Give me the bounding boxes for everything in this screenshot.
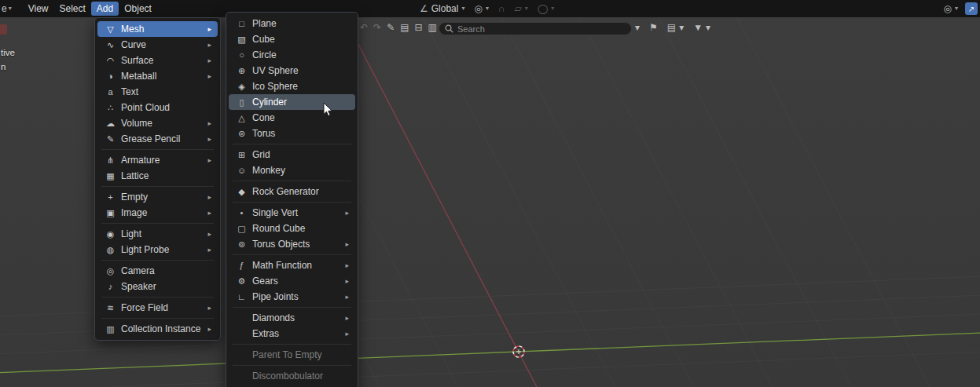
- submenu-arrow-icon: ▸: [207, 72, 211, 80]
- mesh-menu-item-cylinder[interactable]: ▯ Cylinder ▸: [229, 94, 355, 110]
- menu-item-icon: ∟: [236, 292, 248, 301]
- menu-item-label: UV Sphere: [252, 65, 340, 76]
- mesh-menu-item-single-vert[interactable]: • Single Vert ▸: [229, 205, 355, 221]
- add-menu-item-lattice[interactable]: ▦ Lattice ▸: [97, 168, 218, 184]
- menu-item-icon: a: [105, 87, 116, 97]
- overlays-icon: ◎: [944, 3, 952, 14]
- mesh-menu-item-circle[interactable]: ○ Circle ▸: [229, 47, 355, 63]
- transform-orientation-dropdown[interactable]: ∠ Global ▾: [420, 3, 464, 14]
- mesh-menu-item-gears[interactable]: ⚙ Gears ▸: [229, 273, 355, 289]
- menu-button-add[interactable]: Add: [91, 2, 119, 16]
- menu-item-icon: ▦: [105, 171, 116, 181]
- menu-button-object[interactable]: Object: [119, 2, 157, 16]
- menu-separator: [233, 202, 351, 203]
- add-menu-item-volume[interactable]: ☁ Volume ▸: [97, 115, 218, 131]
- menu-item-label: Round Cube: [252, 223, 340, 234]
- mesh-menu-item-ico-sphere[interactable]: ◈ Ico Sphere ▸: [229, 78, 355, 94]
- menu-button-select[interactable]: Select: [54, 2, 91, 16]
- add-menu-item-empty[interactable]: + Empty ▸: [97, 189, 218, 205]
- add-menu-item-image[interactable]: ▣ Image ▸: [97, 205, 218, 221]
- toolbar-icon-bookmark[interactable]: ⚑: [649, 21, 658, 34]
- menu-item-label: Metaball: [121, 71, 203, 82]
- submenu-arrow-icon: ▸: [207, 156, 211, 164]
- snap-toggle[interactable]: ∩: [498, 3, 505, 14]
- add-menu-item-text[interactable]: a Text ▸: [97, 84, 218, 100]
- menu-item-icon: ◍: [105, 245, 116, 255]
- menu-item-label: Parent To Empty: [252, 349, 340, 360]
- submenu-arrow-icon: ▸: [207, 246, 211, 254]
- add-menu-item-mesh[interactable]: ▽ Mesh ▸: [97, 21, 218, 37]
- toolbar-icon-display-mode-caret[interactable]: ▾: [679, 21, 684, 34]
- mesh-menu-item-parent-to-empty[interactable]: Parent To Empty ▸: [229, 347, 355, 363]
- proportional-editing-dropdown[interactable]: ◯ ▾: [538, 3, 554, 14]
- mesh-menu-item-uv-sphere[interactable]: ⊕ UV Sphere ▸: [229, 63, 355, 78]
- add-menu-item-force-field[interactable]: ≋ Force Field ▸: [97, 300, 218, 316]
- mesh-menu-item-extras[interactable]: Extras ▸: [229, 326, 355, 341]
- toolbar-icon-filter-caret[interactable]: ▾: [706, 21, 710, 34]
- toolbar-icon-annotate[interactable]: ✎: [387, 21, 395, 34]
- toolbar-icon-printer[interactable]: ⊟: [415, 21, 423, 34]
- menu-item-icon: ◎: [105, 266, 116, 276]
- menu-item-label: Torus Objects: [252, 239, 340, 250]
- mesh-menu-item-torus-objects[interactable]: ⊚ Torus Objects ▸: [229, 236, 355, 252]
- mesh-menu-item-grid[interactable]: ⊞ Grid ▸: [229, 147, 355, 162]
- menu-item-icon: ◉: [105, 229, 116, 239]
- menu-item-label: Torus: [252, 128, 340, 139]
- add-menu-item-armature[interactable]: ⋔ Armature ▸: [97, 152, 218, 168]
- submenu-arrow-icon: ▸: [207, 209, 211, 217]
- add-menu-item-point-cloud[interactable]: ∴ Point Cloud ▸: [97, 100, 218, 115]
- overlays-dropdown[interactable]: ◎ ▾: [944, 3, 959, 14]
- mesh-menu-item-rock-generator[interactable]: ◆ Rock Generator ▸: [229, 184, 355, 199]
- snap-with-dropdown[interactable]: ▱ ▾: [515, 3, 528, 14]
- mesh-menu-item-math-function[interactable]: ƒ Math Function ▸: [229, 257, 355, 273]
- mesh-menu-item-discombobulator[interactable]: Discombobulator ▸: [229, 368, 355, 384]
- menu-item-icon: △: [236, 113, 248, 123]
- menu-separator: [101, 318, 214, 319]
- mesh-menu-item-round-cube[interactable]: ▢ Round Cube ▸: [229, 221, 355, 236]
- header-right-controls: ◎ ▾: [944, 0, 959, 17]
- mesh-menu-item-diamonds[interactable]: Diamonds ▸: [229, 310, 355, 326]
- toolbar-icon-files[interactable]: ▥: [428, 21, 437, 34]
- toolbar-icon-filter[interactable]: ▼: [693, 21, 703, 34]
- toolbar-icon-display-mode[interactable]: ▤: [667, 21, 676, 34]
- menu-button-view[interactable]: View: [23, 2, 54, 16]
- maximize-area-button[interactable]: ↗: [965, 2, 978, 15]
- menu-item-icon: ▢: [236, 224, 248, 234]
- add-menu-item-light-probe[interactable]: ◍ Light Probe ▸: [97, 242, 218, 257]
- add-menu-item-curve[interactable]: ∿ Curve ▸: [97, 37, 218, 53]
- toolbar-icon-search-options-caret[interactable]: ▾: [635, 21, 640, 34]
- menu-item-label: Ico Sphere: [252, 81, 340, 92]
- toolbar-icon-book[interactable]: ▤: [400, 21, 409, 34]
- add-menu-item-speaker[interactable]: ♪ Speaker ▸: [97, 279, 218, 294]
- menu-item-label: Point Cloud: [121, 102, 203, 113]
- menu-item-icon: ⚙: [236, 276, 248, 287]
- mesh-menu-item-cone[interactable]: △ Cone ▸: [229, 110, 355, 126]
- pivot-icon: ◎: [474, 3, 482, 14]
- mesh-menu-item-monkey[interactable]: ☺ Monkey ▸: [229, 162, 355, 178]
- pivot-point-dropdown[interactable]: ◎ ▾: [474, 3, 489, 14]
- editor-type-dropdown[interactable]: e ▾: [2, 3, 12, 14]
- menu-separator: [233, 254, 351, 255]
- add-menu-item-surface[interactable]: ◠ Surface ▸: [97, 53, 218, 68]
- submenu-arrow-icon: ▸: [345, 209, 349, 217]
- submenu-arrow-icon: ▸: [207, 304, 211, 312]
- search-field[interactable]: [439, 22, 632, 35]
- menu-item-label: Light Probe: [121, 244, 203, 255]
- toolbar-icon-undo[interactable]: ↶: [360, 21, 368, 34]
- menu-item-icon: □: [236, 19, 248, 28]
- mesh-menu-item-plane[interactable]: □ Plane ▸: [229, 16, 355, 31]
- menu-item-label: Extras: [252, 328, 340, 339]
- mesh-menu-item-torus[interactable]: ⊚ Torus ▸: [229, 126, 355, 141]
- add-menu-item-camera[interactable]: ◎ Camera ▸: [97, 263, 218, 279]
- add-menu-item-collection-instance[interactable]: ▥ Collection Instance ▸: [97, 321, 218, 337]
- menu-item-label: Speaker: [121, 281, 203, 292]
- add-menu-item-light[interactable]: ◉ Light ▸: [97, 226, 218, 242]
- add-menu-item-grease-pencil[interactable]: ✎ Grease Pencil ▸: [97, 131, 218, 147]
- toolbar-icon-redo[interactable]: ↷: [373, 21, 381, 34]
- add-menu-item-metaball[interactable]: ◑ Metaball ▸: [97, 68, 218, 84]
- menu-item-label: Math Function: [252, 260, 340, 271]
- mesh-menu-item-cube[interactable]: ▧ Cube ▸: [229, 31, 355, 47]
- mesh-menu-item-pipe-joints[interactable]: ∟ Pipe Joints ▸: [229, 289, 355, 305]
- chevron-down-icon: ▾: [486, 5, 489, 12]
- search-input[interactable]: [457, 24, 626, 34]
